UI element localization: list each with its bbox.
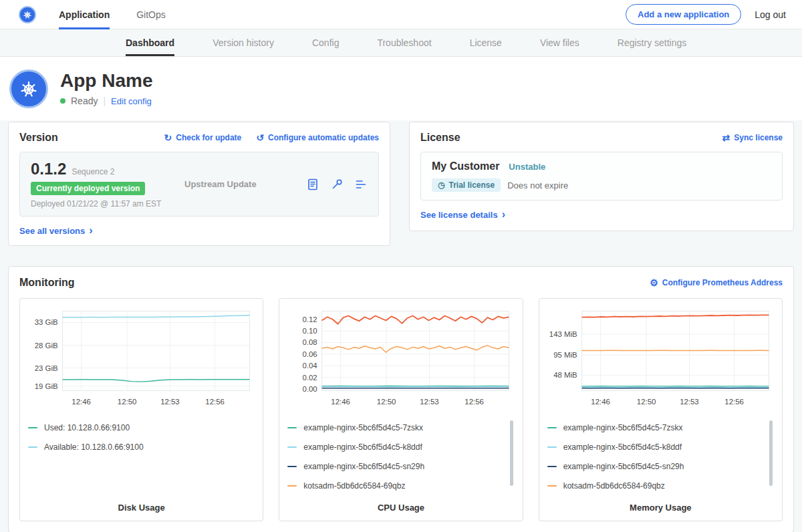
customer-name: My Customer: [432, 160, 499, 172]
configure-prometheus-link[interactable]: ⚙ Configure Prometheus Address: [650, 278, 783, 287]
legend-label: example-nginx-5bc6f5d4c5-7zskx: [303, 423, 423, 432]
logout-button[interactable]: Log out: [755, 9, 786, 20]
legend-item: Available: 10.128.0.66:9100: [28, 437, 245, 456]
check-for-update-link[interactable]: ↻ Check for update: [164, 133, 242, 142]
svg-text:12:50: 12:50: [637, 398, 656, 406]
svg-text:12:53: 12:53: [680, 398, 699, 406]
see-license-details-link[interactable]: See license details ›: [420, 209, 783, 220]
configure-automatic-updates-link[interactable]: ↺ Configure automatic updates: [256, 133, 379, 142]
release-notes-icon[interactable]: [306, 178, 319, 191]
legend-item: example-nginx-5bc6f5d4c5-sn29h: [547, 456, 765, 476]
version-card-title: Version: [19, 132, 58, 144]
chart-plot: 33 GiB28 GiB23 GiB19 GiB12:4612:5012:531…: [28, 307, 255, 410]
edit-config-link[interactable]: Edit config: [111, 96, 152, 106]
legend-item: example-nginx-5bc6f5d4c5-k8ddf: [287, 437, 505, 456]
svg-text:12:46: 12:46: [72, 398, 91, 406]
svg-text:12:56: 12:56: [724, 398, 744, 406]
trial-license-label: Trial license: [448, 180, 495, 190]
cpu-usage-chart: 0.120.100.080.060.040.020.0012:4612:5012…: [287, 307, 514, 412]
top-nav: Application GitOps Add a new application…: [0, 0, 802, 29]
legend-label: example-nginx-5bc6f5d4c5-sn29h: [303, 462, 424, 471]
monitoring-card: Monitoring ⚙ Configure Prometheus Addres…: [8, 266, 794, 532]
deployed-timestamp: Deployed 01/21/22 @ 11:57 am EST: [31, 199, 164, 209]
tab-view-files[interactable]: View files: [540, 29, 579, 56]
deploy-logs-icon[interactable]: [354, 178, 368, 191]
legend-label: example-nginx-5bc6f5d4c5-sn29h: [563, 462, 684, 471]
deployed-status-badge: Currently deployed version: [31, 182, 145, 195]
tab-gitops[interactable]: GitOps: [136, 0, 166, 29]
chart-title: Memory Usage: [547, 497, 774, 513]
license-details-box: My Customer Unstable ◷ Trial license Doe…: [420, 152, 783, 201]
see-all-versions-link[interactable]: See all versions ›: [19, 225, 379, 236]
tab-registry-settings[interactable]: Registry settings: [618, 29, 686, 56]
svg-text:12:50: 12:50: [118, 398, 137, 406]
tab-dashboard[interactable]: Dashboard: [126, 29, 174, 56]
svg-text:48 MiB: 48 MiB: [553, 371, 577, 379]
memory-usage-legend: example-nginx-5bc6f5d4c5-7zskxexample-ng…: [547, 418, 774, 497]
status-text: Ready: [71, 96, 98, 106]
tab-config[interactable]: Config: [312, 29, 339, 56]
chart-plot: 143 MiB95 MiB48 MiB12:4612:5012:5312:56: [547, 307, 774, 410]
channel-label: Unstable: [509, 162, 545, 172]
svg-text:0.10: 0.10: [303, 327, 317, 335]
edit-config-icon[interactable]: [330, 178, 344, 191]
svg-text:12:46: 12:46: [591, 398, 610, 406]
svg-text:33 GiB: 33 GiB: [35, 318, 58, 326]
dashboard-content: Version ↻ Check for update ↺ Configure a…: [0, 120, 802, 532]
svg-text:28 GiB: 28 GiB: [35, 342, 58, 350]
svg-text:0.02: 0.02: [303, 374, 317, 382]
tab-license[interactable]: License: [470, 29, 502, 56]
chevron-right-icon: ›: [89, 225, 92, 236]
legend-color-dash: [547, 446, 557, 448]
divider: |: [103, 96, 106, 106]
kots-admin-console: Application GitOps Add a new application…: [0, 0, 802, 532]
svg-text:19 GiB: 19 GiB: [35, 382, 58, 390]
memory-usage-chart: 143 MiB95 MiB48 MiB12:4612:5012:5312:56: [547, 307, 774, 412]
tab-version-history[interactable]: Version history: [213, 29, 274, 56]
svg-text:12:56: 12:56: [465, 398, 485, 406]
legend-color-dash: [287, 446, 297, 448]
svg-text:12:56: 12:56: [205, 398, 225, 406]
legend-item: example-nginx-5bc6f5d4c5-7zskx: [547, 418, 765, 437]
svg-text:95 MiB: 95 MiB: [553, 351, 577, 359]
legend-scrollbar[interactable]: [510, 420, 513, 486]
legend-color-dash: [287, 466, 297, 467]
app-sub-nav: Dashboard Version history Config Trouble…: [0, 29, 802, 57]
disk-usage-legend: Used: 10.128.0.66:9100Available: 10.128.…: [28, 418, 255, 497]
add-new-application-button[interactable]: Add a new application: [626, 4, 741, 25]
sync-license-link[interactable]: ⇄ Sync license: [722, 133, 783, 142]
svg-text:0.04: 0.04: [303, 362, 318, 370]
current-version-box: 0.1.2 Sequence 2 Currently deployed vers…: [19, 152, 379, 217]
license-card: License ⇄ Sync license My Customer Unsta…: [409, 122, 794, 231]
sync-icon: ⇄: [722, 133, 730, 142]
legend-scrollbar[interactable]: [769, 420, 773, 486]
svg-text:0.08: 0.08: [303, 338, 317, 346]
chevron-right-icon: ›: [502, 209, 505, 220]
svg-text:12:46: 12:46: [331, 398, 351, 406]
legend-color-dash: [28, 446, 37, 448]
tab-application[interactable]: Application: [59, 0, 110, 29]
tab-troubleshoot[interactable]: Troubleshoot: [377, 29, 431, 56]
legend-item: kotsadm-5db6dc6584-69qbz: [547, 476, 765, 495]
helm-wheel-icon: [21, 9, 33, 21]
legend-label: example-nginx-5bc6f5d4c5-k8ddf: [303, 442, 422, 452]
legend-label: kotsadm-5db6dc6584-69qbz: [303, 481, 405, 491]
app-header: App Name Ready | Edit config: [0, 57, 802, 120]
svg-text:143 MiB: 143 MiB: [549, 330, 577, 338]
auto-update-icon: ↺: [256, 133, 264, 142]
legend-color-dash: [547, 427, 557, 428]
svg-text:12:50: 12:50: [377, 398, 396, 406]
legend-label: example-nginx-5bc6f5d4c5-7zskx: [563, 423, 683, 432]
legend-color-dash: [547, 466, 557, 467]
chart-plot: 0.120.100.080.060.040.020.0012:4612:5012…: [287, 307, 514, 410]
see-all-versions-label: See all versions: [19, 226, 85, 236]
monitoring-title: Monitoring: [19, 277, 75, 289]
legend-item: example-nginx-5bc6f5d4c5-k8ddf: [547, 437, 765, 456]
version-number: 0.1.2: [31, 160, 66, 178]
expiration-text: Does not expire: [507, 180, 568, 190]
license-card-title: License: [420, 132, 460, 144]
trial-license-badge: ◷ Trial license: [432, 178, 501, 192]
legend-item: kotsadm-5db6dc6584-69qbz: [287, 476, 505, 495]
chart-title: CPU Usage: [287, 497, 514, 513]
cpu-usage-panel: 0.120.100.080.060.040.020.0012:4612:5012…: [279, 298, 523, 521]
